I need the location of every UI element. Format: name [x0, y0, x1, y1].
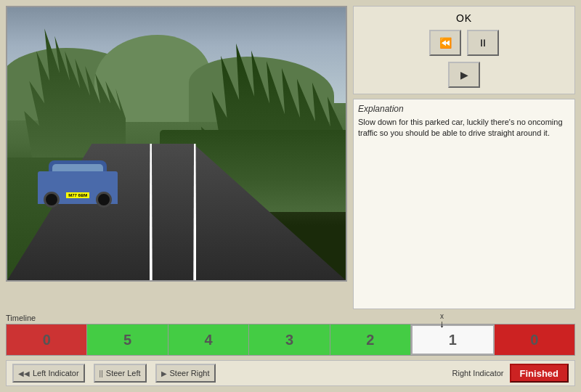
timeline-marker: x ↓ — [439, 312, 444, 329]
pause-small-icon: || — [99, 369, 103, 377]
ok-panel: OK ⏪ ⏸ ▶ — [353, 6, 575, 94]
car-plate: M77 6BM — [66, 192, 89, 198]
play-small-icon: ▶ — [161, 369, 167, 377]
timeline-cell-4: 4 — [168, 324, 249, 355]
right-indicator-label: Right Indicator — [452, 369, 504, 377]
explanation-title: Explanation — [358, 104, 570, 114]
steer-right-label: Steer Right — [170, 369, 210, 377]
play-button[interactable]: ▶ — [448, 62, 480, 88]
timeline-cell-1: 1 — [411, 324, 494, 355]
timeline-cell-0-left: 0 — [7, 324, 87, 355]
controls-row: ⏪ ⏸ — [429, 30, 499, 56]
timeline-arrow-icon: ↓ — [439, 319, 444, 329]
bottom-bar: ◀◀ Left Indicator || Steer Left ▶ Steer … — [6, 360, 575, 386]
timeline-cell-0-right: 0 — [495, 324, 574, 355]
rewind-button[interactable]: ⏪ — [429, 30, 461, 56]
timeline-bar: 0 5 4 3 2 1 0 — [6, 324, 575, 356]
timeline-cell-2: 2 — [330, 324, 411, 355]
left-indicator-button[interactable]: ◀◀ Left Indicator — [12, 364, 85, 383]
timeline-section: Timeline x ↓ 0 5 4 3 2 1 — [6, 314, 575, 356]
rewind-icon: ⏪ — [439, 37, 452, 49]
play-icon: ▶ — [460, 69, 468, 81]
steer-left-button[interactable]: || Steer Left — [94, 364, 147, 383]
left-indicator-label: Left Indicator — [33, 369, 79, 377]
pause-button[interactable]: ⏸ — [467, 30, 499, 56]
timeline-cell-3: 3 — [249, 324, 330, 355]
right-panel: OK ⏪ ⏸ ▶ Explanation Slo — [353, 6, 575, 309]
explanation-text: Slow down for this parked car, luckily t… — [358, 117, 570, 139]
rewind-small-icon: ◀◀ — [18, 369, 30, 377]
bottom-right-controls: Right Indicator Finished — [452, 364, 569, 383]
explanation-panel: Explanation Slow down for this parked ca… — [353, 99, 575, 309]
finished-button[interactable]: Finished — [510, 364, 569, 383]
video-area: M77 6BM — [6, 6, 347, 282]
timeline-cell-5: 5 — [87, 324, 168, 355]
pause-icon: ⏸ — [478, 37, 488, 49]
steer-right-button[interactable]: ▶ Steer Right — [155, 364, 216, 383]
car: M77 6BM — [34, 153, 121, 204]
timeline-label: Timeline — [6, 314, 36, 322]
bottom-left-controls: ◀◀ Left Indicator || Steer Left ▶ Steer … — [12, 364, 216, 383]
steer-left-label: Steer Left — [106, 369, 141, 377]
play-row: ▶ — [448, 62, 480, 88]
ok-title: OK — [456, 12, 472, 24]
